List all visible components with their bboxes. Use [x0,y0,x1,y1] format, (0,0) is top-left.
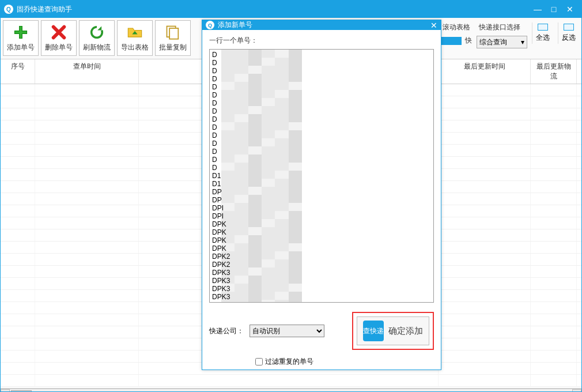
tracking-textarea[interactable]: DDDDDDDDDDDDDDDD1D1DPDPDPIDPIDPKDPKDPKDP… [209,49,434,303]
modal-icon: Q [206,21,214,29]
delete-button[interactable]: 删除单号 [41,20,77,56]
filter-row: 过滤重复的单号 [255,357,434,367]
modal-titlebar: Q 添加新单号 ✕ [202,20,441,30]
minimize-button[interactable]: — [530,5,546,14]
confirm-add-button[interactable]: 查快递 确定添加 [357,316,429,345]
plus-icon [13,24,29,40]
company-select[interactable]: 自动识别 [250,325,324,337]
copy-icon [165,24,181,40]
select-inv-buttons: 反选 [558,22,579,44]
company-row: 快递公司： 自动识别 查快递 确定添加 [209,312,434,350]
refresh-icon [89,24,105,40]
window-title: 固乔快递查询助手 [17,5,72,14]
interface-combo[interactable]: 综合查询 ▾ [477,36,527,48]
confirm-highlight-box: 查快递 确定添加 [352,312,434,350]
refresh-label: 刷新物流 [83,43,111,52]
maximize-button[interactable]: □ [546,5,562,14]
toolbar-right: 滚动表格 快 快递接口选择 综合查询 ▾ 全选 反选 [433,20,579,48]
export-label: 导出表格 [121,43,149,52]
filter-duplicate-checkbox[interactable] [255,358,263,365]
search-express-icon: 查快递 [363,321,384,341]
add-label: 添加单号 [7,43,35,52]
modal-body: 一行一个单号： DDDDDDDDDDDDDDDD1D1DPDPDPIDPIDPK… [202,30,441,372]
delete-label: 删除单号 [45,43,73,52]
folder-icon [127,24,143,40]
add-button[interactable]: 添加单号 [3,20,39,56]
modal-close-button[interactable]: ✕ [430,21,437,30]
hscrollbar[interactable]: ◂ ▸ [1,389,581,392]
col-last[interactable]: 最后更新物流 [531,59,577,84]
confirm-text: 确定添加 [388,326,423,337]
batch-button[interactable]: 批量复制 [155,20,191,56]
modal-line-label: 一行一个单号： [209,36,434,46]
table-row [1,375,581,387]
batch-label: 批量复制 [159,43,187,52]
chevron-down-icon: ▾ [521,38,524,46]
svg-rect-1 [169,28,178,39]
col-seq[interactable]: 序号 [1,59,35,84]
col-update[interactable]: 最后更新时间 [439,59,531,84]
col-time[interactable]: 查单时间 [35,59,139,84]
company-label: 快递公司： [209,326,244,336]
scroll-left-arrow[interactable]: ◂ [1,389,10,392]
interface-label: 快递接口选择 [477,22,527,32]
select-inv-label[interactable]: 反选 [562,33,576,43]
window-titlebar: Q 固乔快递查询助手 — □ ✕ [1,1,581,18]
filter-label: 过滤重复的单号 [265,357,313,367]
interface-value: 综合查询 [479,37,507,47]
add-modal: Q 添加新单号 ✕ 一行一个单号： DDDDDDDDDDDDDDDD1D1DPD… [202,20,441,370]
modal-title-text: 添加新单号 [218,20,252,30]
select-inv-icon[interactable] [564,24,574,31]
app-icon: Q [4,5,13,14]
select-all-label[interactable]: 全选 [536,33,550,43]
select-buttons: 全选 [532,22,553,44]
select-all-icon[interactable] [538,24,548,31]
scroll-right-arrow[interactable]: ▸ [572,389,581,392]
x-icon [51,24,67,40]
refresh-button[interactable]: 刷新物流 [79,20,115,56]
export-button[interactable]: 导出表格 [117,20,153,56]
close-button[interactable]: ✕ [562,5,578,14]
